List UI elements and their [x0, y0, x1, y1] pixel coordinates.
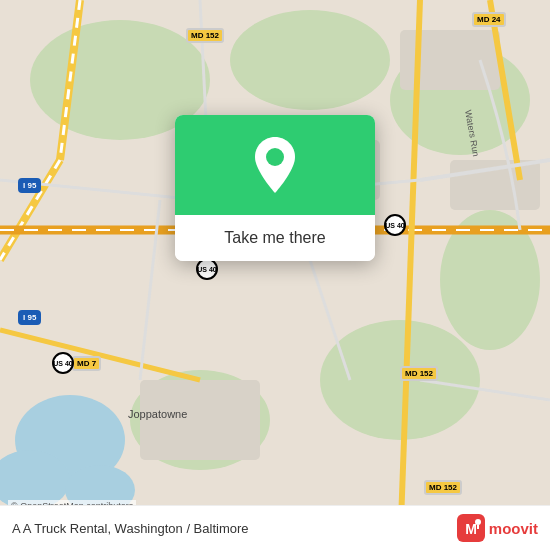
location-pin-icon [250, 135, 300, 195]
svg-line-21 [0, 330, 200, 380]
shield-us40-mid: US 40 [384, 214, 406, 236]
moovit-logo: M moovit [457, 514, 538, 542]
shield-i95-nw: I 95 [18, 178, 41, 193]
svg-point-33 [475, 519, 481, 525]
map-container: I 95 I 95 MD 152 MD 24 MD 7 US 40 US 40 … [0, 0, 550, 550]
location-title: A A Truck Rental, Washington / Baltimore [12, 521, 249, 536]
svg-point-30 [266, 148, 284, 166]
svg-rect-9 [140, 380, 260, 460]
shield-i95-sw: I 95 [18, 310, 41, 325]
shield-us40-sw: US 40 [52, 352, 74, 374]
svg-point-1 [230, 10, 390, 110]
bottom-bar: A A Truck Rental, Washington / Baltimore… [0, 505, 550, 550]
shield-md152-s: MD 152 [424, 480, 462, 495]
shield-md152-se: MD 152 [400, 366, 438, 381]
moovit-text: moovit [489, 520, 538, 537]
take-me-there-button[interactable]: Take me there [175, 215, 375, 261]
shield-us40-w: US 40 [196, 258, 218, 280]
shield-md152-n: MD 152 [186, 28, 224, 43]
svg-text:M: M [465, 521, 477, 537]
popup-card: Take me there [175, 115, 375, 261]
shield-md7-sw: MD 7 [72, 356, 101, 371]
label-joppatowne: Joppatowne [128, 408, 187, 420]
roads-layer [0, 0, 550, 550]
popup-header [175, 115, 375, 215]
moovit-icon: M [457, 514, 485, 542]
shield-md24-ne: MD 24 [472, 12, 506, 27]
